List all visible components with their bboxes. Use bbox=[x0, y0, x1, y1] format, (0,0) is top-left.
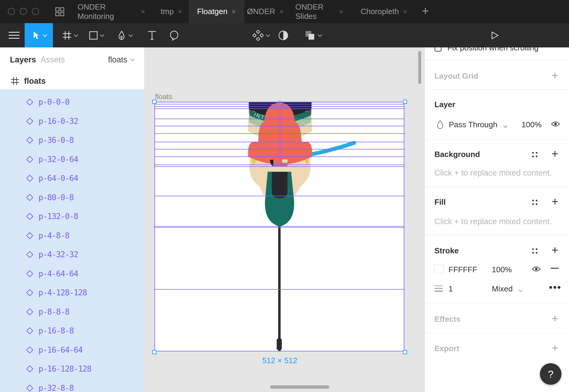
blend-mode-select[interactable]: Pass Through bbox=[449, 120, 507, 129]
main-menu-button[interactable] bbox=[7, 23, 21, 47]
mask-tool-button[interactable] bbox=[276, 23, 290, 47]
window-tab-bar: ONDER Monitoring×tmp×Floatgen×ØNDER×ONDE… bbox=[0, 0, 569, 23]
stroke-opacity-field[interactable]: 100% bbox=[492, 265, 512, 274]
canvas[interactable]: floats INTERPARK bbox=[145, 47, 424, 392]
stroke-add-icon[interactable]: + bbox=[550, 244, 560, 257]
component-diamonds-icon bbox=[253, 30, 263, 41]
horizontal-scrollbar[interactable] bbox=[270, 385, 329, 389]
component-layer-name: p-16-8-8 bbox=[38, 326, 74, 335]
background-styles-icon[interactable] bbox=[531, 151, 538, 158]
frame-icon bbox=[11, 77, 19, 85]
layer-row-component[interactable]: p-4-64-64 bbox=[0, 265, 144, 282]
window-close-button[interactable] bbox=[8, 8, 15, 15]
file-tab-onder-monitoring[interactable]: ONDER Monitoring× bbox=[68, 0, 154, 23]
component-diamond-icon bbox=[26, 384, 34, 392]
resize-handle-bottom-left[interactable] bbox=[152, 350, 157, 354]
vertical-scrollbar[interactable] bbox=[418, 51, 421, 84]
close-tab-icon[interactable]: × bbox=[403, 8, 407, 16]
component-layer-name: p-4-128-128 bbox=[38, 288, 87, 297]
tab-assets[interactable]: Assets bbox=[41, 55, 65, 65]
component-diamond-icon bbox=[26, 365, 34, 373]
layer-row-component[interactable]: p-16-64-64 bbox=[0, 342, 144, 358]
frame-layer-name: floats bbox=[24, 77, 46, 86]
fill-styles-icon[interactable] bbox=[531, 199, 538, 206]
effects-section-title: Effects bbox=[434, 315, 461, 324]
shape-tool-button[interactable] bbox=[87, 23, 106, 47]
component-layer-name: p-32-0-64 bbox=[38, 155, 78, 164]
layer-row-component[interactable]: p-4-128-128 bbox=[0, 284, 144, 301]
resize-handle-top-center[interactable] bbox=[278, 101, 281, 104]
layer-row-component[interactable]: p-32-8-8 bbox=[0, 380, 144, 392]
layer-row-component[interactable]: p-36-0-8 bbox=[0, 132, 144, 149]
canvas-frame-label[interactable]: floats bbox=[155, 92, 172, 101]
file-tab--nder[interactable]: ØNDER× bbox=[244, 0, 286, 23]
frame-tool-button[interactable] bbox=[60, 23, 80, 47]
fill-add-icon[interactable]: + bbox=[550, 195, 560, 208]
close-tab-icon[interactable]: × bbox=[141, 8, 145, 16]
component-bound-line bbox=[155, 149, 405, 149]
close-tab-icon[interactable]: × bbox=[232, 8, 236, 16]
stroke-styles-icon[interactable] bbox=[531, 248, 538, 254]
move-tool-button[interactable] bbox=[25, 23, 53, 47]
layer-opacity-field[interactable]: 100% bbox=[522, 120, 542, 129]
close-tab-icon[interactable]: × bbox=[178, 8, 182, 16]
tab-layers[interactable]: Layers bbox=[10, 55, 36, 65]
file-tabs: ONDER Monitoring×tmp×Floatgen×ØNDER×ONDE… bbox=[68, 0, 415, 23]
text-tool-button[interactable] bbox=[146, 23, 158, 47]
export-add-icon[interactable]: + bbox=[550, 342, 560, 354]
stroke-color-swatch[interactable] bbox=[434, 264, 444, 273]
file-tab-floatgen[interactable]: Floatgen× bbox=[189, 0, 244, 23]
floats-frame[interactable]: INTERPARK bbox=[155, 102, 405, 352]
resize-handle-top-right[interactable] bbox=[403, 100, 407, 104]
layer-row-frame[interactable]: floats bbox=[0, 73, 144, 89]
file-tab-choropleth[interactable]: Choropleth× bbox=[352, 0, 415, 23]
stroke-color-hex-field[interactable]: FFFFFF bbox=[449, 265, 477, 274]
window-minimize-button[interactable] bbox=[20, 8, 27, 15]
layer-row-component[interactable]: p-4-32-32 bbox=[0, 246, 144, 263]
boolean-groups-button[interactable] bbox=[301, 23, 325, 47]
character-illustration: INTERPARK bbox=[155, 102, 405, 352]
window-zoom-button[interactable] bbox=[32, 8, 39, 15]
fix-position-row[interactable]: Fix position when scrolling bbox=[425, 47, 569, 54]
resize-handle-top-left[interactable] bbox=[152, 100, 157, 104]
layer-row-component[interactable]: p-0-0-0 bbox=[0, 94, 144, 110]
visibility-eye-icon[interactable] bbox=[551, 120, 560, 128]
layer-row-component[interactable]: p-80-0-8 bbox=[0, 189, 144, 206]
stroke-visibility-eye-icon[interactable] bbox=[532, 265, 541, 273]
component-layer-name: p-8-8-8 bbox=[38, 307, 69, 316]
layer-row-component[interactable]: p-64-0-64 bbox=[0, 170, 144, 187]
page-selector[interactable]: floats bbox=[108, 55, 134, 65]
layer-row-component[interactable]: p-4-8-8 bbox=[0, 227, 144, 244]
present-button[interactable] bbox=[490, 23, 501, 47]
stroke-width-field[interactable]: 1 bbox=[449, 284, 453, 294]
file-tab-onder-slides[interactable]: ONDER Slides× bbox=[286, 0, 352, 23]
stroke-remove-icon[interactable] bbox=[551, 268, 558, 269]
effects-add-icon[interactable]: + bbox=[550, 312, 560, 325]
layer-row-component[interactable]: p-8-8-8 bbox=[0, 303, 144, 320]
layer-row-component[interactable]: p-16-8-8 bbox=[0, 322, 144, 339]
layer-row-component[interactable]: p-132-0-8 bbox=[0, 208, 144, 225]
layer-row-component[interactable]: p-16-0-32 bbox=[0, 113, 144, 130]
comment-tool-button[interactable] bbox=[167, 23, 181, 47]
background-add-icon[interactable]: + bbox=[550, 147, 560, 160]
stroke-options-icon[interactable]: ••• bbox=[549, 282, 561, 293]
fill-section-title: Fill bbox=[434, 198, 446, 207]
stroke-weight-icon bbox=[435, 285, 443, 293]
home-grid-icon[interactable] bbox=[55, 7, 64, 17]
component-tool-button[interactable] bbox=[251, 23, 272, 47]
help-button[interactable]: ? bbox=[540, 363, 561, 385]
file-tab-tmp[interactable]: tmp× bbox=[154, 0, 189, 23]
file-tab-label: ØNDER bbox=[247, 7, 275, 16]
comment-bubble-icon bbox=[169, 30, 179, 41]
close-tab-icon[interactable]: × bbox=[279, 8, 284, 16]
layout-grid-add-icon[interactable]: + bbox=[550, 69, 560, 82]
stroke-style-select[interactable]: Mixed bbox=[492, 284, 522, 294]
file-tab-label: Floatgen bbox=[197, 7, 227, 16]
layer-row-component[interactable]: p-16-128-128 bbox=[0, 360, 144, 377]
resize-handle-bottom-right[interactable] bbox=[403, 350, 407, 354]
close-tab-icon[interactable]: × bbox=[339, 8, 343, 16]
new-tab-button[interactable]: + bbox=[418, 4, 433, 18]
pen-tool-button[interactable] bbox=[114, 23, 135, 47]
layer-row-component[interactable]: p-32-0-64 bbox=[0, 151, 144, 168]
file-tab-label: Choropleth bbox=[361, 7, 399, 16]
